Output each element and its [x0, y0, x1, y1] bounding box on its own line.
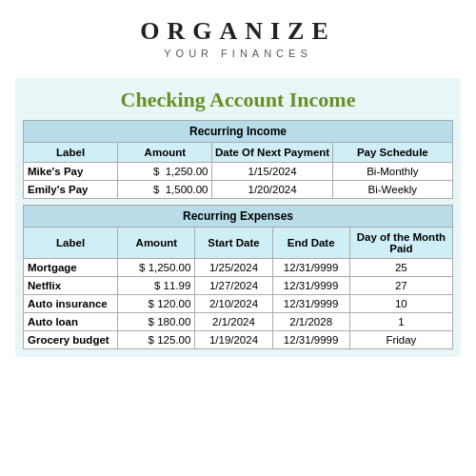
app-subtitle: YOUR FINANCES [0, 48, 476, 59]
expenses-col-label: Label [24, 228, 118, 259]
income-row-1-schedule: Bi-Weekly [332, 181, 452, 199]
income-row-0-schedule: Bi-Monthly [332, 163, 452, 181]
expenses-col-amount: Amount [118, 228, 195, 259]
income-row-1-date: 1/20/2024 [212, 181, 332, 199]
expense-row-3: Auto loan $ 180.00 2/1/2024 2/1/2028 1 [24, 313, 453, 331]
income-group-header: Recurring Income [24, 121, 453, 143]
expenses-col-header: Label Amount Start Date End Date Day of … [24, 228, 453, 259]
expenses-col-end: End Date [272, 228, 349, 259]
app-title: ORGANIZE [0, 17, 476, 46]
expenses-col-start: Start Date [195, 228, 272, 259]
income-row-0: Mike's Pay $ 1,250.00 1/15/2024 Bi-Month… [24, 163, 453, 181]
income-row-1: Emily's Pay $ 1,500.00 1/20/2024 Bi-Week… [24, 181, 453, 199]
income-col-amount: Amount [118, 143, 212, 163]
income-row-0-amount: $ 1,250.00 [118, 163, 212, 181]
income-table: Recurring Income Label Amount Date Of Ne… [23, 120, 453, 199]
expense-row-2: Auto insurance $ 120.00 2/10/2024 12/31/… [24, 295, 453, 313]
header: ORGANIZE YOUR FINANCES [0, 0, 476, 69]
expenses-table: Recurring Expenses Label Amount Start Da… [23, 205, 453, 349]
income-col-header: Label Amount Date Of Next Payment Pay Sc… [24, 143, 453, 163]
main-container: Checking Account Income Recurring Income… [15, 78, 461, 357]
section-title: Checking Account Income [23, 88, 453, 112]
income-col-date: Date Of Next Payment [212, 143, 332, 163]
income-col-label: Label [24, 143, 118, 163]
expense-row-4: Grocery budget $ 125.00 1/19/2024 12/31/… [24, 331, 453, 349]
income-row-1-amount: $ 1,500.00 [118, 181, 212, 199]
expenses-group-label: Recurring Expenses [24, 206, 453, 228]
income-row-0-label: Mike's Pay [24, 163, 118, 181]
expense-row-0: Mortgage $ 1,250.00 1/25/2024 12/31/9999… [24, 259, 453, 277]
income-group-label: Recurring Income [24, 121, 453, 143]
income-col-schedule: Pay Schedule [332, 143, 452, 163]
income-row-0-date: 1/15/2024 [212, 163, 332, 181]
expenses-group-header: Recurring Expenses [24, 206, 453, 228]
income-row-1-label: Emily's Pay [24, 181, 118, 199]
expense-row-1: Netflix $ 11.99 1/27/2024 12/31/9999 27 [24, 277, 453, 295]
expenses-col-day: Day of the Month Paid [349, 228, 452, 259]
